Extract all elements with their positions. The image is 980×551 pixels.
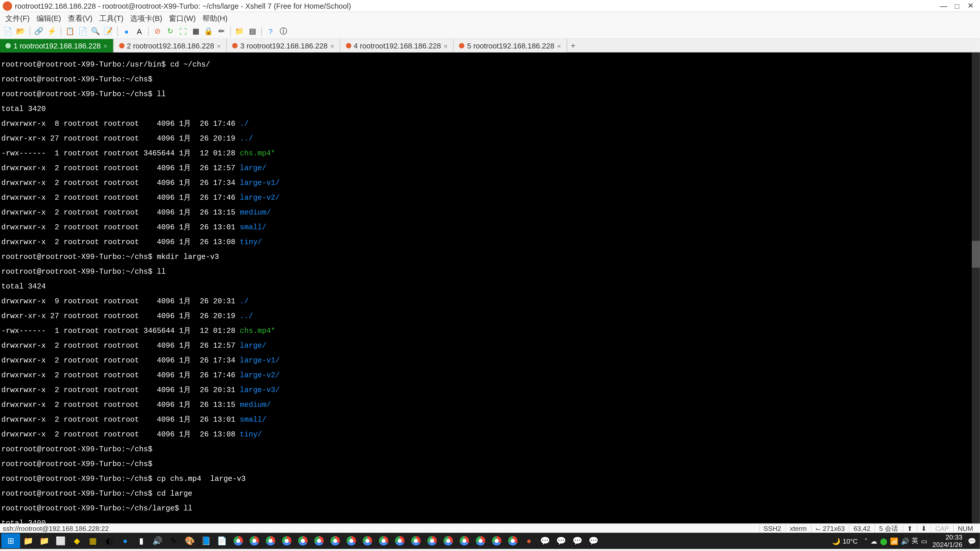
taskbar-clock[interactable]: 20:33 2024/1/26: [930, 534, 965, 548]
maximize-button[interactable]: □: [950, 2, 964, 10]
folder-icon[interactable]: 📁: [234, 26, 245, 37]
menu-edit[interactable]: 编辑(E): [34, 13, 64, 23]
menu-tools[interactable]: 工具(T): [97, 13, 126, 23]
lock-icon[interactable]: 🔒: [203, 26, 214, 37]
chrome-icon[interactable]: [488, 534, 504, 548]
tray-icon[interactable]: ☁: [870, 537, 877, 545]
chrome-icon[interactable]: [327, 534, 343, 548]
wechat-icon[interactable]: 💬: [537, 534, 553, 548]
menu-window[interactable]: 窗口(W): [166, 13, 199, 23]
tray-icon[interactable]: 🔊: [901, 537, 909, 545]
app-icon[interactable]: ▦: [85, 534, 101, 548]
highlight-icon[interactable]: ✏: [216, 26, 227, 37]
app-icon[interactable]: ✎: [165, 534, 182, 548]
tab-label: 2 rootroot192.168.186.228: [127, 41, 214, 50]
start-button[interactable]: ⊞: [1, 534, 20, 548]
terminal-line: rootroot@rootroot-X99-Turbo:~/chs$: [1, 76, 978, 83]
new-session-icon[interactable]: 📄: [3, 26, 14, 37]
chrome-icon[interactable]: [360, 534, 375, 548]
menu-tab[interactable]: 选项卡(B): [127, 13, 165, 23]
app-icon[interactable]: ●: [117, 534, 133, 548]
font-icon[interactable]: A: [134, 26, 145, 37]
chrome-icon[interactable]: [408, 534, 424, 548]
chrome-icon[interactable]: [279, 534, 295, 548]
chrome-icon[interactable]: [311, 534, 327, 548]
chrome-icon[interactable]: [343, 534, 360, 548]
xshell-icon[interactable]: ●: [521, 534, 537, 548]
tab-3[interactable]: 3 rootroot192.168.186.228×: [227, 39, 340, 52]
chrome-icon[interactable]: [295, 534, 311, 548]
refresh-icon[interactable]: ↻: [165, 26, 176, 37]
color-icon[interactable]: ●: [121, 26, 132, 37]
tab-close-icon[interactable]: ×: [330, 42, 334, 49]
wechat-icon[interactable]: 💬: [570, 534, 585, 548]
app-icon[interactable]: 📘: [198, 534, 214, 548]
notifications-icon[interactable]: 💬: [968, 537, 976, 545]
chrome-icon[interactable]: [456, 534, 473, 548]
properties-icon[interactable]: 📝: [103, 26, 114, 37]
chrome-icon[interactable]: [375, 534, 391, 548]
terminal-line: rootroot@rootroot-X99-Turbo:~/chs$ mkdir…: [1, 254, 978, 261]
app-icon[interactable]: ⬜: [52, 534, 68, 548]
stop-icon[interactable]: ⊘: [152, 26, 163, 37]
app-icon[interactable]: ◆: [68, 534, 85, 548]
layout-icon[interactable]: ▤: [247, 26, 258, 37]
tab-2[interactable]: 2 rootroot192.168.186.228×: [113, 39, 227, 52]
help-icon[interactable]: ?: [265, 26, 276, 37]
chrome-icon[interactable]: [440, 534, 456, 548]
close-button[interactable]: ✕: [964, 1, 977, 10]
wechat-icon[interactable]: 💬: [553, 534, 570, 548]
chrome-icon[interactable]: [262, 534, 278, 548]
info-icon[interactable]: ⓘ: [278, 26, 289, 37]
chevron-up-icon[interactable]: ˄: [864, 537, 868, 545]
disconnect-icon[interactable]: ⚡: [46, 26, 57, 37]
app-icon[interactable]: 🔊: [149, 534, 165, 548]
reconnect-icon[interactable]: 🔗: [34, 26, 45, 37]
terminal[interactable]: rootroot@rootroot-X99-Turbo:/usr/bin$ cd…: [0, 52, 980, 524]
chrome-icon[interactable]: [392, 534, 408, 548]
tray-icon[interactable]: 📶: [890, 537, 898, 545]
app-icon[interactable]: 📄: [214, 534, 230, 548]
search-icon[interactable]: 🔍: [90, 26, 101, 37]
ime-icon[interactable]: 英: [912, 536, 918, 546]
paste-icon[interactable]: 📄: [77, 26, 88, 37]
tab-close-icon[interactable]: ×: [217, 42, 221, 49]
tab-5[interactable]: 5 rootroot192.168.186.228×: [454, 39, 567, 52]
menu-help[interactable]: 帮助(H): [200, 13, 230, 23]
terminal-icon[interactable]: ▮: [133, 534, 149, 548]
chrome-icon[interactable]: [230, 534, 246, 548]
windows-taskbar: ⊞ 📁 📁 ⬜ ◆ ▦ ◐ ● ▮ 🔊 ✎ 🎨 📘 📄 ● 💬 💬: [0, 533, 980, 549]
chrome-icon[interactable]: [246, 534, 262, 548]
fullscreen-icon[interactable]: ⛶: [178, 26, 188, 37]
status-connection: ssh://rootroot@192.168.186.228:22: [3, 525, 109, 532]
chrome-icon[interactable]: [505, 534, 521, 548]
minimize-button[interactable]: —: [937, 2, 950, 10]
tray-icon[interactable]: ⬤: [880, 537, 887, 545]
tab-close-icon[interactable]: ×: [444, 42, 447, 49]
tab-4[interactable]: 4 rootroot192.168.186.228×: [340, 39, 453, 52]
chrome-icon[interactable]: [424, 534, 440, 548]
tab-close-icon[interactable]: ×: [103, 42, 107, 49]
explorer-icon[interactable]: 📁: [36, 534, 52, 548]
menu-file[interactable]: 文件(F): [3, 13, 32, 23]
weather-widget[interactable]: 🌙 10°C: [828, 537, 862, 545]
separator: [117, 27, 118, 36]
scrollbar[interactable]: [972, 52, 980, 524]
menu-view[interactable]: 查看(V): [65, 13, 95, 23]
terminal-line: drwxrwxr-x 2 rootroot rootroot 4096 1月 2…: [1, 239, 978, 246]
tile-icon[interactable]: ▦: [190, 26, 201, 37]
explorer-icon[interactable]: 📁: [20, 534, 36, 548]
add-tab-button[interactable]: +: [567, 39, 579, 52]
wechat-icon[interactable]: 💬: [585, 534, 601, 548]
open-icon[interactable]: 📂: [16, 26, 26, 37]
moon-icon: 🌙: [832, 537, 840, 545]
tab-1[interactable]: 1 rootroot192.168.186.228×: [0, 39, 113, 52]
tab-close-icon[interactable]: ×: [557, 42, 561, 49]
scroll-thumb[interactable]: [972, 241, 980, 268]
tray-icon[interactable]: ▭: [921, 537, 927, 545]
chrome-icon[interactable]: [473, 534, 488, 548]
app-icon[interactable]: 🎨: [182, 534, 198, 548]
terminal-line: rootroot@rootroot-X99-Turbo:~/chs$ cp ch…: [1, 475, 978, 483]
app-icon[interactable]: ◐: [101, 534, 117, 548]
copy-icon[interactable]: 📋: [65, 26, 75, 37]
